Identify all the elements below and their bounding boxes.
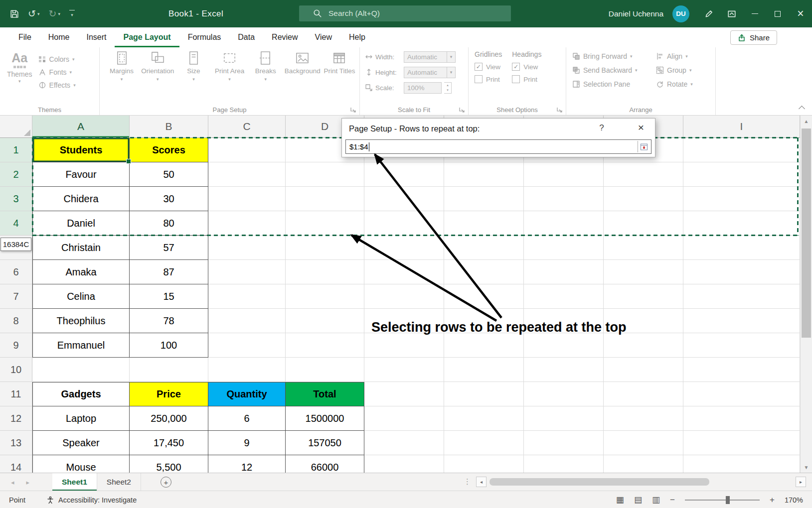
cell-D9[interactable] bbox=[286, 333, 364, 358]
row-header-13[interactable]: 13 bbox=[0, 431, 32, 455]
menu-tab-insert[interactable]: Insert bbox=[78, 27, 115, 47]
cell-F10[interactable] bbox=[444, 358, 524, 382]
vertical-scrollbar[interactable]: ▲ ▼ bbox=[800, 116, 812, 473]
cell-A12[interactable]: Laptop bbox=[32, 406, 130, 431]
ribbon-size-button[interactable]: Size▾ bbox=[175, 50, 211, 82]
cell-I1[interactable] bbox=[683, 138, 800, 162]
ribbon-print-titles-button[interactable]: Print Titles bbox=[322, 50, 357, 82]
colors-button[interactable]: Colors▾ bbox=[38, 55, 76, 63]
ribbon-orientation-button[interactable]: Orientation▾ bbox=[140, 50, 175, 82]
cell-F4[interactable] bbox=[444, 211, 524, 236]
ribbon-align-button[interactable]: Align▾ bbox=[656, 52, 711, 60]
customize-qat-button[interactable]: ▾ bbox=[69, 10, 75, 17]
cell-G3[interactable] bbox=[524, 187, 604, 211]
scale-to-fit-dialog-launcher[interactable] bbox=[459, 106, 465, 113]
menu-tab-data[interactable]: Data bbox=[229, 27, 263, 47]
minimize-button[interactable] bbox=[743, 0, 766, 27]
cell-B12[interactable]: 250,000 bbox=[130, 406, 208, 431]
chevron-down-icon[interactable]: ▾ bbox=[447, 67, 455, 78]
cell-I2[interactable] bbox=[683, 162, 800, 187]
row-header-11[interactable]: 11 bbox=[0, 382, 32, 406]
scroll-right-icon[interactable]: ▸ bbox=[796, 477, 806, 487]
ribbon-bring-forward-button[interactable]: Bring Forward▾ bbox=[572, 52, 656, 60]
cell-C1[interactable] bbox=[208, 138, 286, 162]
cell-G13[interactable] bbox=[524, 431, 604, 455]
menu-tab-file[interactable]: File bbox=[10, 27, 40, 47]
cell-H2[interactable] bbox=[604, 162, 683, 187]
row-header-2[interactable]: 2 bbox=[0, 162, 32, 187]
gridlines-view-checkbox[interactable]: ✓View bbox=[475, 63, 502, 71]
zoom-slider[interactable] bbox=[685, 496, 760, 504]
row-header-6[interactable]: 6 bbox=[0, 260, 32, 284]
cell-I14[interactable] bbox=[683, 455, 800, 473]
cell-A4[interactable]: Daniel bbox=[32, 211, 130, 236]
ribbon-breaks-button[interactable]: Breaks▾ bbox=[248, 50, 284, 82]
cell-F5[interactable] bbox=[444, 236, 524, 260]
horizontal-scroll-thumb[interactable] bbox=[489, 478, 709, 486]
cell-I4[interactable] bbox=[683, 211, 800, 236]
cell-H10[interactable] bbox=[604, 358, 683, 382]
zoom-slider-thumb[interactable] bbox=[726, 496, 730, 504]
gridlines-print-checkbox[interactable]: Print bbox=[475, 75, 502, 83]
headings-print-checkbox[interactable]: Print bbox=[512, 75, 541, 83]
chevron-down-icon[interactable]: ▾ bbox=[447, 52, 455, 62]
scroll-left-icon[interactable]: ◂ bbox=[476, 477, 487, 487]
cell-G6[interactable] bbox=[524, 260, 604, 284]
page-layout-view-icon[interactable]: ▤ bbox=[634, 495, 642, 505]
themes-button[interactable]: Aa Themes ▾ bbox=[7, 51, 32, 115]
cell-A10[interactable] bbox=[32, 358, 130, 382]
cell-C5[interactable] bbox=[208, 236, 286, 260]
fonts-button[interactable]: Fonts▾ bbox=[38, 68, 76, 76]
cell-C10[interactable] bbox=[208, 358, 286, 382]
cell-C6[interactable] bbox=[208, 260, 286, 284]
cell-H6[interactable] bbox=[604, 260, 683, 284]
cell-C9[interactable] bbox=[208, 333, 286, 358]
cell-C11[interactable]: Quantity bbox=[208, 382, 286, 406]
cell-G14[interactable] bbox=[524, 455, 604, 473]
cell-I13[interactable] bbox=[683, 431, 800, 455]
cell-A8[interactable]: Theophilus bbox=[32, 309, 130, 333]
cell-I12[interactable] bbox=[683, 406, 800, 431]
cell-C4[interactable] bbox=[208, 211, 286, 236]
cell-G12[interactable] bbox=[524, 406, 604, 431]
cell-H4[interactable] bbox=[604, 211, 683, 236]
cell-C13[interactable]: 9 bbox=[208, 431, 286, 455]
cell-A5[interactable]: Christain bbox=[32, 236, 130, 260]
cell-A2[interactable]: Favour bbox=[32, 162, 130, 187]
checkbox-unchecked-icon[interactable] bbox=[475, 75, 483, 83]
checkbox-checked-icon[interactable]: ✓ bbox=[475, 63, 483, 71]
cell-B2[interactable]: 50 bbox=[130, 162, 208, 187]
effects-button[interactable]: Effects▾ bbox=[38, 81, 76, 89]
cell-A11[interactable]: Gadgets bbox=[32, 382, 130, 406]
cell-I8[interactable] bbox=[683, 309, 800, 333]
cell-D13[interactable]: 157050 bbox=[286, 431, 364, 455]
cell-B6[interactable]: 87 bbox=[130, 260, 208, 284]
row-header-10[interactable]: 10 bbox=[0, 358, 32, 382]
menu-tab-help[interactable]: Help bbox=[340, 27, 374, 47]
cell-F13[interactable] bbox=[444, 431, 524, 455]
page-setup-dialog-launcher[interactable] bbox=[350, 106, 356, 113]
cell-C12[interactable]: 6 bbox=[208, 406, 286, 431]
share-button[interactable]: Share bbox=[730, 30, 777, 45]
cell-E2[interactable] bbox=[364, 162, 444, 187]
redo-button[interactable]: ↻▾ bbox=[48, 9, 60, 18]
cell-H9[interactable] bbox=[604, 333, 683, 358]
cell-I5[interactable] bbox=[683, 236, 800, 260]
headings-view-checkbox[interactable]: ✓View bbox=[512, 63, 541, 71]
cell-A9[interactable]: Emmanuel bbox=[32, 333, 130, 358]
menu-tab-page-layout[interactable]: Page Layout bbox=[115, 27, 179, 47]
scale-spinner[interactable]: ▴▾ bbox=[444, 82, 452, 94]
cell-D6[interactable] bbox=[286, 260, 364, 284]
column-header-A[interactable]: A bbox=[32, 116, 130, 137]
cell-H5[interactable] bbox=[604, 236, 683, 260]
scroll-down-icon[interactable]: ▼ bbox=[801, 462, 812, 473]
cell-B4[interactable]: 80 bbox=[130, 211, 208, 236]
cell-F14[interactable] bbox=[444, 455, 524, 473]
cell-B13[interactable]: 17,450 bbox=[130, 431, 208, 455]
row-header-8[interactable]: 8 bbox=[0, 309, 32, 333]
cell-A14[interactable]: Mouse bbox=[32, 455, 130, 473]
cell-C8[interactable] bbox=[208, 309, 286, 333]
search-box[interactable]: Search (Alt+Q) bbox=[299, 5, 511, 21]
ribbon-margins-button[interactable]: Margins▾ bbox=[104, 50, 140, 82]
scale--select[interactable]: 100% bbox=[404, 82, 442, 94]
